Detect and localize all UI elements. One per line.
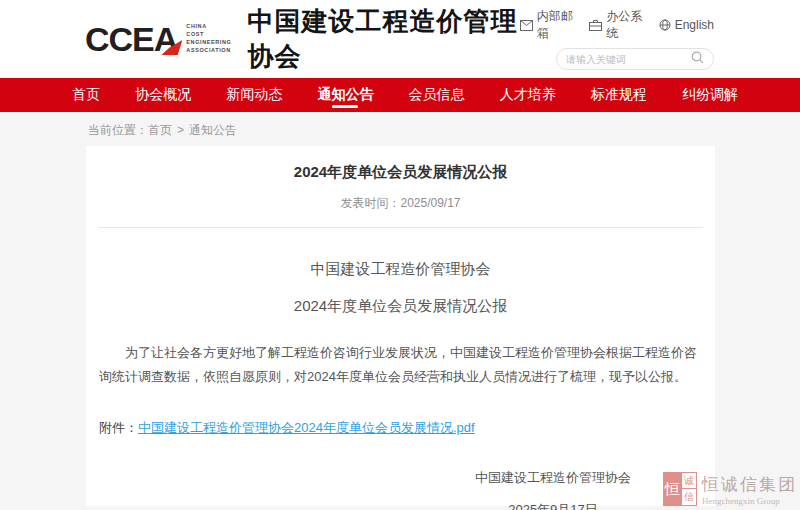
internal-mail-link[interactable]: 内部邮箱 [520,8,573,42]
site-header: CCEA CHINA COST ENGINEERING ASSOCIATION … [0,0,800,78]
header-right: 内部邮箱 办公系统 English [520,8,714,70]
mail-icon [520,20,533,31]
publish-time: 发表时间：2025/09/17 [86,195,715,212]
globe-icon [659,19,671,31]
nav-item-training[interactable]: 人才培养 [500,78,556,112]
main-nav: 首页 协会概况 新闻动态 通知公告 会员信息 人才培养 标准规程 纠纷调解 [0,78,800,112]
wm-char: 信 [682,489,697,506]
logo-subtitle: CHINA COST ENGINEERING ASSOCIATION [186,23,231,55]
office-system-link[interactable]: 办公系统 [589,8,642,42]
breadcrumb-separator: > [177,123,184,137]
logo-text: CCEA [85,22,177,56]
signature-org: 中国建设工程造价管理协会 [443,469,663,487]
watermark-cn: 恒诚信集团 [702,473,797,496]
hengchengxin-logo-icon: 恒 诚 信 [663,472,697,506]
quick-link-label: English [675,18,714,32]
quick-link-label: 内部邮箱 [537,8,573,42]
nav-item-standards[interactable]: 标准规程 [591,78,647,112]
logo-sub-line: COST [186,31,231,39]
article-title: 2024年度单位会员发展情况公报 [86,163,715,182]
attachment-pdf-link[interactable]: 中国建设工程造价管理协会2024年度单位会员发展情况.pdf [138,420,475,435]
wm-char: 诚 [682,472,697,489]
breadcrumb-prefix: 当前位置： [88,123,148,137]
logo-sub-line: ENGINEERING [186,39,231,47]
nav-item-about[interactable]: 协会概况 [135,78,191,112]
brand-logo[interactable]: CCEA CHINA COST ENGINEERING ASSOCIATION … [85,4,520,74]
nav-item-news[interactable]: 新闻动态 [226,78,282,112]
search-icon[interactable] [691,50,704,68]
nav-item-home[interactable]: 首页 [72,78,100,112]
signature-block: 中国建设工程造价管理协会 2025年9月17日 [443,469,663,510]
search-input[interactable] [566,54,691,65]
doc-heading-title: 2024年度单位会员发展情况公报 [86,297,715,316]
nav-item-notices[interactable]: 通知公告 [317,78,373,112]
quick-link-label: 办公系统 [606,8,642,42]
office-icon [589,20,602,31]
quick-links: 内部邮箱 办公系统 English [520,8,714,42]
search-box [556,48,714,70]
publish-label: 发表时间： [340,196,400,210]
nav-item-mediation[interactable]: 纠纷调解 [682,78,738,112]
attachment-label: 附件： [99,420,138,435]
doc-paragraph: 为了让社会各方更好地了解工程造价咨询行业发展状况，中国建设工程造价管理协会根据工… [99,341,702,389]
ccea-logo: CCEA [85,22,177,56]
watermark: 恒 诚 信 恒诚信集团 Hengchengxin Group [663,472,797,506]
org-name: 中国建设工程造价管理协会 [247,4,519,74]
nav-item-members[interactable]: 会员信息 [409,78,465,112]
article-card: 2024年度单位会员发展情况公报 发表时间：2025/09/17 中国建设工程造… [86,146,715,506]
watermark-en: Hengchengxin Group [702,496,797,506]
wm-char: 恒 [663,472,682,506]
breadcrumb-home-link[interactable]: 首页 [148,123,172,137]
logo-sub-line: CHINA [186,23,231,31]
title-divider [98,227,703,228]
breadcrumb: 当前位置：首页>通知公告 [88,122,800,139]
english-link[interactable]: English [659,18,714,32]
article-head: 2024年度单位会员发展情况公报 发表时间：2025/09/17 [86,146,715,212]
watermark-text: 恒诚信集团 Hengchengxin Group [702,473,797,506]
logo-sub-line: ASSOCIATION [186,47,231,55]
doc-heading-org: 中国建设工程造价管理协会 [86,260,715,279]
publish-date: 2025/09/17 [400,196,460,210]
attachment-row: 附件：中国建设工程造价管理协会2024年度单位会员发展情况.pdf [99,419,702,437]
breadcrumb-current-link[interactable]: 通知公告 [189,123,237,137]
signature-date: 2025年9月17日 [443,501,663,510]
